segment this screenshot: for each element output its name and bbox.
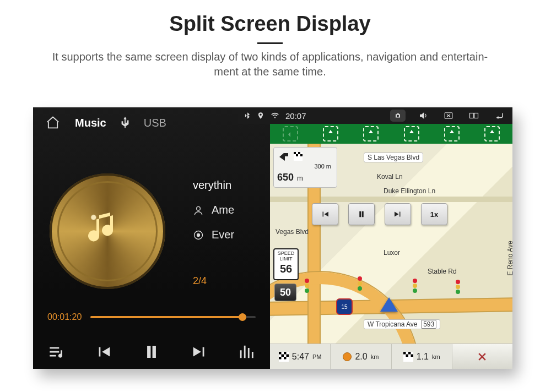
svg-rect-22 bbox=[406, 354, 408, 357]
svg-rect-10 bbox=[296, 154, 298, 156]
traffic-light-icon bbox=[356, 276, 364, 291]
progress-bar[interactable] bbox=[90, 316, 256, 318]
progress-row: 00:01:20 bbox=[47, 312, 256, 322]
close-nav-button[interactable] bbox=[452, 344, 512, 369]
speed-limit-label: SPEED LIMIT bbox=[274, 251, 298, 262]
svg-point-2 bbox=[197, 233, 200, 236]
map-next-button[interactable] bbox=[385, 203, 411, 225]
home-icon[interactable] bbox=[45, 115, 61, 130]
status-left: 20:07 bbox=[244, 111, 306, 121]
label-stable: Stable Rd bbox=[424, 267, 460, 276]
svg-rect-17 bbox=[279, 357, 282, 360]
back-icon[interactable] bbox=[492, 110, 507, 122]
progress-fill bbox=[90, 316, 242, 318]
dist2-cell[interactable]: 1.1 km bbox=[392, 344, 452, 369]
map-prev-button[interactable] bbox=[312, 203, 338, 225]
waypoint-icon bbox=[343, 352, 352, 361]
disc-icon bbox=[193, 230, 204, 241]
traffic-light-icon bbox=[454, 280, 462, 294]
equalizer-icon[interactable] bbox=[237, 342, 256, 361]
bluetooth-icon bbox=[244, 111, 251, 121]
dist1-cell[interactable]: 2.0 km bbox=[331, 344, 391, 369]
source-usb-label[interactable]: USB bbox=[144, 117, 166, 129]
label-luxor: Luxor bbox=[380, 248, 403, 257]
album-art[interactable] bbox=[50, 173, 165, 289]
lane-4 bbox=[404, 126, 419, 141]
turn-left-icon bbox=[277, 150, 290, 163]
turn-card[interactable]: 300 m 650m bbox=[273, 147, 337, 188]
svg-rect-23 bbox=[411, 354, 413, 357]
dist2-unit: km bbox=[432, 353, 440, 360]
device-frame: Music USB verythin Ame Ever 2/4 00:01 bbox=[33, 107, 512, 369]
status-time: 20:07 bbox=[285, 111, 306, 121]
elapsed-time: 00:01:20 bbox=[47, 312, 82, 322]
track-artist-label: Ame bbox=[212, 204, 234, 216]
label-koval: Koval Ln bbox=[374, 172, 406, 181]
svg-rect-16 bbox=[286, 354, 289, 357]
svg-rect-5 bbox=[470, 113, 474, 118]
status-bar: 20:07 bbox=[238, 107, 512, 124]
screenshot-icon[interactable] bbox=[390, 110, 406, 122]
label-vegas-blvd: Vegas Blvd bbox=[272, 227, 312, 236]
music-top-bar: Music USB bbox=[33, 107, 270, 138]
lane-6 bbox=[484, 126, 500, 141]
track-next[interactable]: Ever bbox=[193, 228, 234, 241]
checkered-flag-icon bbox=[403, 352, 413, 362]
eta-ampm: PM bbox=[312, 353, 322, 360]
road-mid bbox=[270, 197, 512, 202]
svg-rect-9 bbox=[298, 152, 300, 154]
volume-icon[interactable] bbox=[415, 110, 431, 122]
music-pane: Music USB verythin Ame Ever 2/4 00:01 bbox=[33, 107, 270, 369]
speed-limit-value: 56 bbox=[274, 263, 298, 275]
transport-controls bbox=[33, 341, 270, 362]
track-current[interactable]: verythin bbox=[193, 179, 234, 192]
track-next-label: Ever bbox=[212, 228, 234, 241]
eta-cell[interactable]: 5:47 PM bbox=[270, 344, 331, 369]
label-reno: E Reno Ave bbox=[506, 237, 512, 279]
map-speed-button[interactable]: 1x bbox=[421, 203, 447, 225]
svg-rect-15 bbox=[281, 354, 284, 357]
track-index: 2/4 bbox=[193, 275, 207, 287]
track-list: verythin Ame Ever bbox=[193, 179, 234, 253]
map-pause-button[interactable] bbox=[348, 203, 375, 225]
track-current-label: verythin bbox=[193, 179, 231, 192]
dist2-value: 1.1 bbox=[417, 352, 429, 362]
label-w-tropicana: W Tropicana Ave 593 bbox=[364, 319, 440, 329]
next-icon[interactable] bbox=[190, 342, 209, 361]
dist1-value: 2.0 bbox=[355, 352, 367, 362]
split-screen-icon[interactable] bbox=[466, 110, 482, 122]
wifi-icon bbox=[270, 112, 280, 119]
location-icon bbox=[257, 111, 264, 121]
turn-total-dist: 650 bbox=[277, 172, 294, 183]
pause-icon[interactable] bbox=[141, 341, 162, 362]
page-description: It supports the same screen display of t… bbox=[22, 50, 518, 79]
close-app-icon[interactable] bbox=[441, 110, 456, 122]
nav-bottom-bar: 5:47 PM 2.0 km 1.1 km bbox=[270, 344, 512, 369]
tab-music[interactable]: Music bbox=[75, 117, 106, 129]
svg-rect-13 bbox=[279, 352, 282, 355]
turn-total-unit: m bbox=[297, 174, 303, 182]
page-title: Split Screen Display bbox=[22, 12, 518, 36]
svg-rect-6 bbox=[474, 113, 478, 118]
progress-handle[interactable] bbox=[239, 313, 246, 321]
speed-limit-sign: SPEED LIMIT 56 bbox=[273, 248, 299, 280]
eta-time: 5:47 bbox=[292, 352, 309, 362]
svg-rect-14 bbox=[284, 352, 287, 355]
svg-rect-18 bbox=[284, 357, 287, 360]
traffic-light-icon bbox=[303, 279, 311, 293]
map-speed-label: 1x bbox=[430, 210, 438, 219]
label-duke: Duke Ellington Ln bbox=[380, 187, 439, 195]
map-canvas[interactable]: 300 m 650m 1x S Las Vegas Blvd Koval Ln … bbox=[270, 144, 512, 344]
person-icon bbox=[193, 205, 204, 216]
dist1-unit: km bbox=[371, 353, 379, 360]
page-header: Split Screen Display It supports the sam… bbox=[0, 0, 540, 83]
prev-icon[interactable] bbox=[94, 342, 113, 361]
usb-icon[interactable] bbox=[121, 117, 129, 129]
playback-controls: 1x bbox=[312, 203, 447, 225]
label-w-tropicana-num: 593 bbox=[421, 320, 436, 329]
vehicle-cursor-icon bbox=[380, 297, 398, 312]
playlist-icon[interactable] bbox=[47, 342, 66, 361]
svg-rect-8 bbox=[294, 152, 296, 154]
svg-rect-11 bbox=[300, 154, 303, 156]
track-artist[interactable]: Ame bbox=[193, 204, 234, 216]
